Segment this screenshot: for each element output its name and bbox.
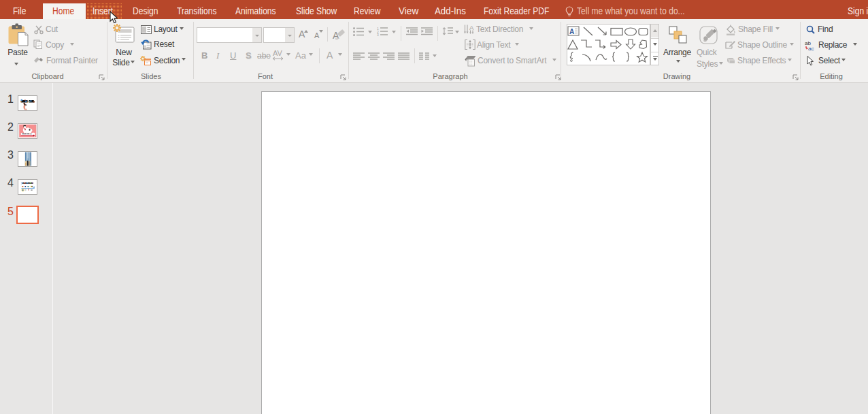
svg-text:A: A	[569, 28, 574, 35]
svg-text:3: 3	[377, 33, 379, 37]
svg-text:A: A	[469, 24, 474, 31]
svg-text:ac: ac	[808, 46, 814, 52]
